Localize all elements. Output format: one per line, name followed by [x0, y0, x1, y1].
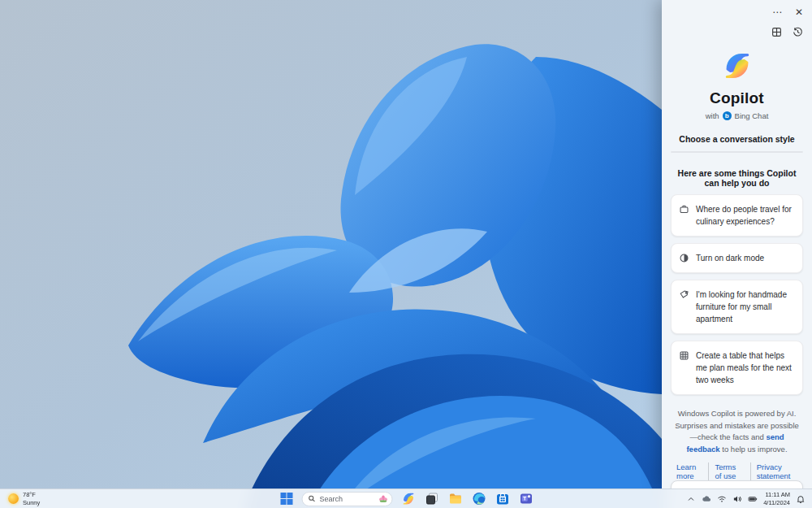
suggestion-card-dark-mode[interactable]: Turn on dark mode — [671, 243, 803, 273]
onedrive-cloud-icon[interactable] — [702, 494, 711, 504]
table-icon — [679, 350, 689, 361]
suggestion-text: Where do people travel for culinary expe… — [696, 203, 794, 228]
conversation-style-heading: Choose a conversation style — [671, 134, 803, 144]
panel-subtitle: with b Bing Chat — [671, 111, 803, 120]
conversation-style-switcher: More Creative More Balanced More Precise — [671, 151, 803, 153]
start-button[interactable] — [279, 491, 295, 507]
notebook-grid-icon[interactable] — [771, 26, 782, 37]
briefcase-icon — [679, 204, 689, 215]
search-placeholder: Search — [320, 495, 374, 503]
edge-icon — [472, 492, 486, 506]
tray-time: 11:11 AM — [763, 491, 790, 499]
close-icon[interactable]: ✕ — [795, 7, 803, 18]
suggestion-card-meal-plan[interactable]: Create a table that helps me plan meals … — [671, 341, 803, 395]
tray-date: 4/11/2024 — [763, 499, 790, 507]
copilot-sidebar: ⋯ ✕ Copilot with b Bing C — [662, 0, 812, 488]
subtitle-prefix: with — [706, 111, 719, 120]
volume-icon[interactable] — [732, 494, 742, 504]
task-view-icon — [425, 492, 438, 506]
search-icon — [309, 495, 316, 502]
bloom-wallpaper-art — [0, 0, 662, 508]
dark-mode-icon — [679, 253, 689, 263]
taskbar-search-box[interactable]: Search — [302, 492, 393, 506]
taskbar-store[interactable] — [495, 491, 511, 507]
search-highlight-flower-icon — [378, 493, 389, 504]
footer-links: Learn more Terms of use Privacy statemen… — [671, 462, 803, 480]
suggestions-heading: Here are some things Copilot can help yo… — [671, 168, 803, 188]
style-more-creative[interactable]: More Creative — [672, 152, 715, 153]
panel-title: Copilot — [671, 89, 803, 107]
taskbar-task-view[interactable] — [424, 491, 440, 507]
desktop-wallpaper — [0, 0, 662, 508]
style-more-balanced[interactable]: More Balanced — [715, 152, 758, 153]
notification-bell-icon[interactable] — [796, 494, 806, 504]
taskbar-teams[interactable] — [518, 491, 534, 507]
weather-condition: Sunny — [23, 499, 40, 506]
microsoft-store-icon — [495, 492, 509, 506]
subtitle-brand: Bing Chat — [735, 111, 769, 120]
wifi-icon[interactable] — [717, 494, 727, 504]
tag-icon — [679, 289, 689, 300]
weather-widget[interactable]: 78°F Sunny — [0, 491, 48, 506]
terms-of-use-link[interactable]: Terms of use — [708, 462, 749, 480]
history-icon[interactable] — [793, 26, 803, 37]
taskbar: 78°F Sunny Search — [0, 488, 812, 508]
tray-chevron-up-icon[interactable] — [686, 494, 696, 504]
windows-logo-icon — [279, 492, 293, 506]
learn-more-link[interactable]: Learn more — [671, 462, 708, 480]
tray-clock[interactable]: 11:11 AM 4/11/2024 — [763, 491, 790, 507]
taskbar-app-copilot[interactable] — [400, 491, 417, 507]
more-options-icon[interactable]: ⋯ — [772, 7, 782, 18]
bing-logo-icon: b — [723, 111, 732, 120]
battery-icon[interactable] — [748, 494, 758, 504]
weather-temp: 78°F — [23, 491, 40, 498]
suggestion-text: I'm looking for handmade furniture for m… — [696, 289, 794, 325]
suggestion-card-furniture[interactable]: I'm looking for handmade furniture for m… — [671, 280, 803, 334]
copilot-app-icon — [401, 492, 415, 506]
privacy-statement-link[interactable]: Privacy statement — [750, 462, 803, 480]
copilot-logo — [722, 50, 753, 81]
taskbar-edge[interactable] — [471, 491, 487, 507]
ai-disclaimer: Windows Copilot is powered by AI. Surpri… — [671, 408, 803, 456]
disclaimer-text-after: to help us improve. — [720, 445, 788, 454]
suggestion-card-travel[interactable]: Where do people travel for culinary expe… — [671, 194, 803, 237]
teams-icon — [519, 492, 533, 506]
taskbar-file-explorer[interactable] — [447, 491, 464, 507]
suggestion-text: Create a table that helps me plan meals … — [696, 350, 794, 386]
file-explorer-icon — [448, 492, 462, 506]
suggestion-text: Turn on dark mode — [696, 252, 764, 264]
sun-icon — [8, 493, 19, 504]
style-more-precise[interactable]: More Precise — [758, 152, 802, 153]
